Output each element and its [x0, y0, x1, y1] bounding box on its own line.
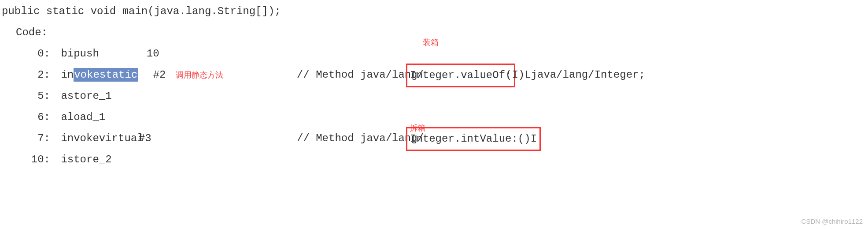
code-label-line: Code: — [2, 25, 868, 38]
boxing-method-box: Integer.valueOf: — [406, 64, 515, 87]
line-number: 2: — [37, 67, 50, 83]
opcode-highlighted: vokestatic — [74, 68, 138, 82]
comment-prefix: // Method java/lang/ — [297, 67, 424, 83]
opcode: astore_1 — [61, 88, 111, 104]
opcode-prefix: in — [61, 67, 74, 83]
unboxing-method-box: Integer.intValue:()I — [406, 127, 541, 151]
comment-prefix: // Method java/lang/ — [297, 131, 424, 146]
line-number: 0: — [37, 46, 50, 62]
opcode: aload_1 — [61, 109, 105, 125]
operand: #3 — [139, 132, 151, 144]
code-label: Code: — [16, 26, 48, 38]
bytecode-line-0: 0: bipush 10 — [2, 46, 868, 59]
line-number: 6: — [37, 109, 50, 125]
line-number: 7: — [37, 131, 50, 146]
comment-suffix: (I)Ljava/lang/Integer; — [506, 67, 645, 83]
bytecode-line-2: 2: invokestatic #2 调用静态方法 // Method java… — [2, 67, 868, 80]
line-number: 10: — [31, 152, 50, 168]
line-number: 5: — [37, 88, 50, 104]
bytecode-line-5: 5: astore_1 — [2, 88, 868, 101]
method-signature: public static void main(java.lang.String… — [2, 4, 868, 17]
bytecode-line-7: 7: invokevirtual #3 // Method java/lang/… — [2, 131, 868, 144]
signature-text: public static void main(java.lang.String… — [2, 5, 281, 17]
bytecode-line-6: 6: aload_1 — [2, 109, 868, 123]
watermark: CSDN @chihiro1122 — [802, 217, 863, 227]
operand: 10 — [147, 48, 159, 60]
operand: #2 — [153, 69, 166, 81]
annotation-call-static: 调用静态方法 — [176, 71, 223, 79]
opcode: bipush — [61, 46, 140, 62]
opcode: istore_2 — [61, 152, 111, 168]
opcode: invokevirtual — [61, 131, 132, 146]
bytecode-line-10: 10: istore_2 — [2, 152, 868, 165]
